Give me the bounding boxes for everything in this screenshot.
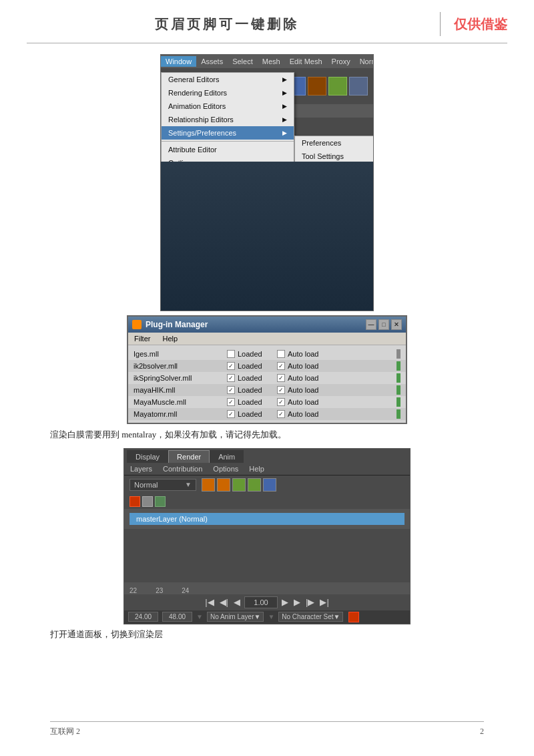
toolbar-icon-4[interactable] <box>328 77 347 96</box>
channel-icon-2[interactable] <box>217 478 230 492</box>
maya-screenshot: Window Assets Select Mesh Edit Mesh Prox… <box>160 54 374 311</box>
plugin-loaded-label-mayatomr: Loaded <box>238 410 274 418</box>
plugin-title-text: Plug-in Manager <box>146 320 208 329</box>
menu-item-animation-editors[interactable]: Animation Editors▶ <box>162 100 294 113</box>
menu-item-settings-preferences[interactable]: Settings/Preferences▶ <box>162 126 294 140</box>
ts-separator: ▼ <box>196 613 203 620</box>
masterlayer-button[interactable]: masterLayer (Normal) <box>129 513 405 525</box>
plugin-loaded-check-iges[interactable] <box>227 350 235 358</box>
plugin-titlebar-left: Plug-in Manager <box>132 320 208 329</box>
timeline-mark-22: 22 <box>129 587 137 594</box>
channel-menu-contribution[interactable]: Contribution <box>161 464 204 474</box>
plugin-loaded-label-ik2b: Loaded <box>238 362 274 370</box>
tc-btn-play[interactable]: ▶ <box>280 597 290 607</box>
plugin-loaded-label-iges: Loaded <box>238 350 274 358</box>
close-btn[interactable]: ✕ <box>391 319 402 330</box>
plugin-autoload-label-mayahik: Auto load <box>288 386 318 394</box>
tc-btn-end[interactable]: ▶| <box>318 597 330 607</box>
maya-menu-editmesh[interactable]: Edit Mesh <box>285 56 327 67</box>
tc-time-display[interactable]: 1.00 <box>244 596 278 608</box>
maya-menu-normals[interactable]: Normals <box>355 56 374 67</box>
toolbar-icon-5[interactable] <box>349 77 368 96</box>
plugin-title-icon <box>132 320 142 329</box>
channel-icon-5[interactable] <box>263 478 276 492</box>
maya-menu-window[interactable]: Window <box>161 56 196 67</box>
plugin-sidebar-iges <box>396 349 400 359</box>
plugin-autoload-check-mayatomr[interactable]: ✓ <box>277 410 285 418</box>
maya-menu-mesh[interactable]: Mesh <box>258 56 285 67</box>
tc-btn-start[interactable]: |◀ <box>204 597 215 607</box>
menu-item-relationship-editors[interactable]: Relationship Editors▶ <box>162 113 294 126</box>
maya-menubar: Window Assets Select Mesh Edit Mesh Prox… <box>161 55 373 68</box>
ts-anim-arrow: ▼ <box>254 613 261 620</box>
maya-menu-select[interactable]: Select <box>228 56 258 67</box>
channel-menu-help[interactable]: Help <box>247 464 266 474</box>
menu-item-attribute-editor[interactable]: Attribute Editor <box>162 143 294 156</box>
tc-btn-next-key[interactable]: |▶ <box>304 597 316 607</box>
channel-menu-layers[interactable]: Layers <box>128 464 154 474</box>
plugin-name-mayahik: mayaHIK.mll <box>134 386 227 394</box>
submenu-tool-settings[interactable]: Tool Settings <box>295 150 374 163</box>
tc-btn-prev-frame[interactable]: ◀ <box>232 597 242 607</box>
layer-icons-row <box>124 494 410 509</box>
plugin-loaded-check-mayatomr[interactable]: ✓ <box>227 410 235 418</box>
submenu-preferences[interactable]: Preferences <box>295 136 374 150</box>
page-footer: 互联网 2 2 <box>50 721 484 737</box>
layer-icon-options[interactable] <box>142 496 153 507</box>
plugin-loaded-label-mayamuscle: Loaded <box>238 398 274 406</box>
plugin-autoload-check-iges[interactable] <box>277 350 285 358</box>
plugin-autoload-label-iges: Auto load <box>288 350 318 358</box>
plugin-loaded-check-ikspring[interactable]: ✓ <box>227 374 235 382</box>
layer-icon-add[interactable] <box>155 496 166 507</box>
toolbar-icon-3[interactable] <box>308 77 326 96</box>
plugin-autoload-check-ikspring[interactable]: ✓ <box>277 374 285 382</box>
minimize-btn[interactable]: — <box>366 319 376 330</box>
dropdown-sep1 <box>162 141 294 142</box>
plugin-sidebar-ikspring <box>396 373 400 383</box>
plugin-menu-filter[interactable]: Filter <box>132 334 152 343</box>
masterlayer-label: masterLayer (Normal) <box>136 515 208 523</box>
maximize-btn[interactable]: □ <box>378 319 389 330</box>
plugin-row-mayamuscle: MayaMuscle.mll ✓ Loaded ✓ Auto load <box>128 396 406 408</box>
maya-menu-assets[interactable]: Assets <box>196 56 228 67</box>
plugin-loaded-check-ik2b[interactable]: ✓ <box>227 362 235 370</box>
channel-menu-options[interactable]: Options <box>211 464 240 474</box>
plugin-loaded-check-mayahik[interactable]: ✓ <box>227 386 235 394</box>
ts-start-field[interactable]: 24.00 <box>128 612 158 622</box>
channel-icon-1[interactable] <box>202 478 215 492</box>
plugin-autoload-check-mayamuscle[interactable]: ✓ <box>277 398 285 406</box>
plugin-sidebar-mayahik <box>396 385 400 395</box>
menu-item-rendering-editors[interactable]: Rendering Editors▶ <box>162 86 294 100</box>
ts-anim-layer-select[interactable]: No Anim Layer ▼ <box>207 612 264 622</box>
ts-char-set-select[interactable]: No Character Set ▼ <box>278 612 343 622</box>
channel-tab-display[interactable]: Display <box>127 450 168 463</box>
channel-tab-render[interactable]: Render <box>168 450 210 463</box>
channel-tab-anim[interactable]: Anim <box>210 450 244 463</box>
maya-menu-proxy[interactable]: Proxy <box>327 56 355 67</box>
channel-normal-dropdown[interactable]: Normal ▼ <box>129 479 196 491</box>
plugin-loaded-check-mayamuscle[interactable]: ✓ <box>227 398 235 406</box>
plugin-autoload-check-ik2b[interactable]: ✓ <box>277 362 285 370</box>
plugin-sidebar-mayatomr <box>396 409 400 419</box>
tc-btn-next-frame[interactable]: ▶ <box>292 597 302 607</box>
header-title-right: 仅供借鉴 <box>454 15 507 33</box>
channel-icon-3[interactable] <box>232 478 246 492</box>
channel-icon-4[interactable] <box>248 478 261 492</box>
ts-icon-btn[interactable] <box>348 612 359 622</box>
tc-btn-prev-key[interactable]: ◀| <box>218 597 230 607</box>
timeline-mark-24: 24 <box>182 587 189 594</box>
plugin-name-iges: Iges.mll <box>134 350 227 358</box>
plugin-menu-help[interactable]: Help <box>160 334 180 343</box>
timeline-controls: |◀ ◀| ◀ 1.00 ▶ ▶ |▶ ▶| <box>124 594 410 610</box>
plugin-sidebar-mayamuscle <box>396 397 400 407</box>
ts-end-field[interactable]: 48.00 <box>162 612 192 622</box>
plugin-autoload-label-ikspring: Auto load <box>288 374 318 382</box>
plugin-autoload-check-mayahik[interactable]: ✓ <box>277 386 285 394</box>
header-divider <box>440 12 441 36</box>
plugin-manager-screenshot: Plug-in Manager — □ ✕ Filter Help Iges.m… <box>127 315 407 424</box>
plugin-name-mayatomr: Mayatomr.mll <box>134 410 227 418</box>
footer-left: 互联网 2 <box>50 726 80 737</box>
menu-item-general-editors[interactable]: General Editors▶ <box>162 73 294 86</box>
layer-icon-delete[interactable] <box>129 496 140 507</box>
dropdown-arrow-icon: ▼ <box>185 481 192 488</box>
